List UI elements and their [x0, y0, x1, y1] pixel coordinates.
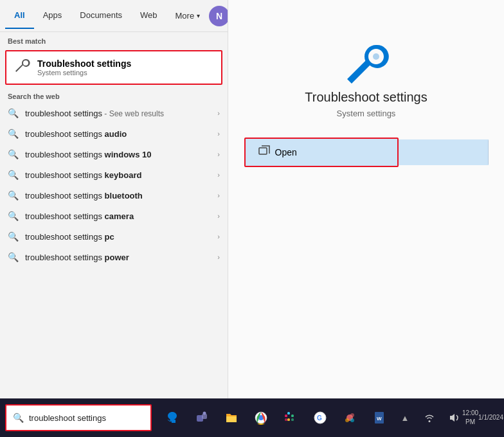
open-button[interactable]: Open [244, 138, 399, 167]
chrome-icon[interactable] [247, 404, 275, 432]
best-match-label: Best match [0, 32, 228, 48]
list-item[interactable]: 🔍 troubleshoot settings camera › [0, 206, 228, 226]
svg-point-4 [203, 412, 206, 415]
list-item[interactable]: 🔍 troubleshoot settings keyboard › [0, 165, 228, 185]
open-button-extra [399, 139, 489, 165]
open-window-icon [258, 145, 270, 159]
photos-icon[interactable] [336, 404, 364, 432]
wifi-icon[interactable] [418, 406, 441, 429]
chevron-right-icon: › [217, 212, 220, 220]
google-icon[interactable]: G [306, 404, 334, 432]
search-item-text: troubleshoot settings camera [25, 211, 211, 221]
svg-point-18 [350, 418, 354, 422]
troubleshoot-icon [341, 39, 392, 90]
chevron-right-icon: › [217, 171, 220, 179]
slack-icon[interactable] [276, 404, 305, 432]
clock[interactable]: 12:00 PM 1/1/2024 [467, 406, 499, 429]
teams-icon[interactable] [188, 404, 216, 432]
wifi-svg [424, 412, 435, 424]
web-search-label: Search the web [0, 87, 228, 103]
search-item-text: troubleshoot settings bluetooth [25, 191, 211, 201]
tab-documents[interactable]: Documents [71, 3, 131, 29]
search-item-text: troubleshoot settings audio [25, 129, 211, 139]
open-label: Open [275, 147, 297, 157]
search-item-text: troubleshoot settings keyboard [25, 170, 211, 180]
search-icon: 🔍 [8, 252, 19, 262]
taskbar-search-box[interactable]: 🔍 troubleshoot settings [5, 404, 152, 431]
search-icon: 🔍 [8, 190, 19, 201]
chevron-right-icon: › [217, 130, 220, 138]
svg-point-17 [345, 418, 349, 422]
taskbar-search-icon: 🔍 [13, 413, 24, 423]
svg-point-0 [373, 53, 379, 60]
chevron-down-icon: ▾ [197, 12, 200, 19]
taskbar-icons: G W [158, 404, 393, 432]
search-item-text: troubleshoot settings - See web results [25, 109, 211, 118]
chevron-right-icon: › [217, 253, 220, 261]
doc-icon[interactable]: W [365, 404, 393, 432]
list-item[interactable]: 🔍 troubleshoot settings bluetooth › [0, 185, 228, 206]
tab-all[interactable]: All [5, 3, 34, 29]
system-tray: ▲ 12:00 PM 1/1/2024 [393, 406, 504, 429]
external-link-icon [258, 145, 270, 157]
svg-rect-10 [287, 418, 290, 421]
search-icon: 🔍 [8, 211, 19, 221]
svg-text:G: G [317, 415, 322, 422]
best-match-title: Troubleshoot settings [37, 58, 131, 69]
svg-rect-7 [285, 415, 287, 417]
search-icon: 🔍 [8, 170, 19, 180]
svg-rect-12 [291, 418, 294, 421]
svg-text:W: W [377, 416, 382, 422]
list-item[interactable]: 🔍 troubleshoot settings - See web result… [0, 103, 228, 123]
chevron-right-icon: › [217, 192, 220, 199]
search-icon: 🔍 [8, 108, 19, 118]
best-match-subtitle: System settings [37, 69, 131, 76]
edge-icon[interactable] [158, 404, 186, 432]
svg-rect-11 [285, 418, 287, 421]
chevron-right-icon: › [217, 109, 220, 117]
right-panel-subtitle: System settings [337, 109, 396, 118]
search-item-text: troubleshoot settings power [25, 253, 211, 262]
right-panel: Troubleshoot settings System settings Op… [228, 0, 504, 398]
taskbar-search-text: troubleshoot settings [29, 413, 106, 423]
chevron-right-icon: › [217, 150, 220, 158]
list-item[interactable]: 🔍 troubleshoot settings power › [0, 247, 228, 267]
search-item-text: troubleshoot settings windows 10 [25, 150, 211, 159]
svg-rect-9 [291, 415, 294, 417]
avatar[interactable]: N [209, 6, 230, 26]
search-panel: All Apps Documents Web More ▾ N ··· ✕ Be… [0, 0, 228, 398]
list-item[interactable]: 🔍 troubleshoot settings windows 10 › [0, 144, 228, 165]
search-icon: 🔍 [8, 129, 19, 139]
taskbar: 🔍 troubleshoot settings [0, 398, 504, 437]
tab-apps[interactable]: Apps [34, 3, 71, 29]
clock-time: 12:00 PM [462, 409, 478, 427]
chevron-right-icon: › [217, 233, 220, 240]
best-match-text: Troubleshoot settings System settings [37, 58, 131, 76]
tray-icon-1[interactable]: ▲ [393, 406, 417, 429]
search-icon: 🔍 [8, 231, 19, 242]
best-match-item[interactable]: Troubleshoot settings System settings [5, 50, 222, 85]
tab-more[interactable]: More ▾ [166, 3, 210, 28]
wrench-icon [13, 57, 31, 78]
tab-web[interactable]: Web [131, 3, 166, 29]
web-search-items: 🔍 troubleshoot settings - See web result… [0, 103, 228, 398]
svg-point-16 [350, 413, 354, 417]
tabs-bar: All Apps Documents Web More ▾ N ··· ✕ [0, 0, 228, 32]
search-item-text: troubleshoot settings pc [25, 232, 211, 242]
list-item[interactable]: 🔍 troubleshoot settings audio › [0, 123, 228, 144]
list-item[interactable]: 🔍 troubleshoot settings pc › [0, 226, 228, 247]
svg-rect-1 [259, 148, 267, 154]
svg-rect-8 [287, 412, 290, 415]
clock-date: 1/1/2024 [478, 413, 503, 422]
file-explorer-icon[interactable] [217, 404, 246, 432]
volume-svg [448, 412, 460, 424]
open-button-row: Open [244, 138, 489, 167]
right-panel-title: Troubleshoot settings [305, 90, 427, 105]
search-icon: 🔍 [8, 149, 19, 159]
